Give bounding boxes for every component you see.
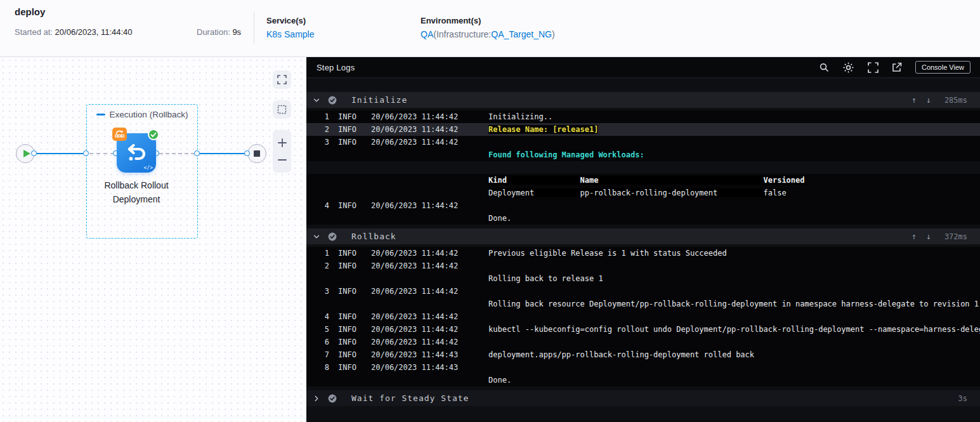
log-level: INFO	[338, 312, 363, 321]
log-level: INFO	[338, 261, 363, 270]
zoom-in-button[interactable]	[273, 135, 291, 150]
log-line[interactable]: 4INFO20/06/2023 11:44:42	[306, 310, 980, 323]
success-check-icon	[148, 129, 159, 140]
log-message: Rolling back resource Deployment/pp-roll…	[488, 300, 979, 308]
search-icon	[819, 62, 829, 72]
log-message: kubectl --kubeconfig=config rollout undo…	[488, 325, 980, 334]
log-line[interactable]: 4INFO20/06/2023 11:44:42	[306, 199, 980, 212]
log-message: Previous eligible Release is 1 with stat…	[488, 249, 727, 258]
undo-arrow-icon	[125, 141, 148, 165]
step-logs-panel: Step Logs	[306, 57, 980, 422]
minus-icon	[277, 155, 287, 165]
connector-dot	[31, 150, 37, 156]
success-check-icon	[328, 232, 338, 241]
infrastructure-link[interactable]: QA_Target_NG	[491, 29, 552, 39]
log-section-header[interactable]: Rollback↑↓372ms	[306, 228, 980, 244]
infrastructure-close: )	[552, 29, 555, 39]
log-timestamp: 20/06/2023 11:44:42	[371, 312, 466, 321]
log-section-header[interactable]: Wait for Steady State3s	[306, 390, 980, 406]
log-level: INFO	[338, 363, 363, 372]
execution-header: deploy Started at: 20/06/2023, 11:44:40 …	[0, 0, 980, 57]
execution-group-header[interactable]: Execution (Rollback)	[87, 110, 197, 119]
step-label[interactable]: Rollback Rollout Deployment	[73, 179, 200, 206]
line-number: 7	[320, 350, 329, 359]
log-section-body: 1INFO20/06/2023 11:44:42Previous eligibl…	[306, 244, 980, 390]
log-timestamp: 20/06/2023 11:44:42	[371, 325, 466, 334]
step-logs-title: Step Logs	[317, 63, 355, 72]
log-line[interactable]: 3INFO20/06/2023 11:44:42	[306, 136, 980, 148]
log-line[interactable]: Done.	[306, 374, 980, 386]
log-settings-button[interactable]	[842, 62, 854, 74]
pipeline-canvas[interactable]: Execution (Rollback) </>	[0, 57, 306, 422]
log-section-body: 1INFO20/06/2023 11:44:42Initializing..2I…	[306, 108, 980, 228]
log-line[interactable]: 3INFO20/06/2023 11:44:42	[306, 285, 980, 298]
log-line[interactable]	[306, 161, 980, 174]
environments-block: Environment(s) QA(Infrastructure:QA_Targ…	[421, 16, 555, 39]
started-at-label: Started at:	[15, 27, 53, 37]
log-message: Release Name: [release1]	[488, 125, 598, 134]
execution-group-label: Execution (Rollback)	[110, 110, 188, 119]
line-number: 1	[320, 249, 329, 258]
zoom-out-button[interactable]	[273, 152, 291, 168]
console-view-button[interactable]: Console View	[915, 61, 970, 74]
log-line[interactable]: 5INFO20/06/2023 11:44:42kubectl --kubeco…	[306, 323, 980, 336]
log-line[interactable]: 6INFO20/06/2023 11:44:42	[306, 336, 980, 348]
line-number: 2	[320, 261, 329, 270]
log-level: INFO	[338, 338, 363, 346]
log-section-header[interactable]: Initialize↑↓285ms	[306, 92, 980, 108]
log-line[interactable]: Found following Managed Workloads:	[306, 148, 980, 161]
log-line[interactable]: Rolling back resource Deployment/pp-roll…	[306, 298, 980, 310]
log-line[interactable]: Deployment pp-rollback-rolling-deploymen…	[306, 187, 980, 199]
log-timestamp: 20/06/2023 11:44:42	[371, 338, 466, 346]
duration-label: Duration:	[197, 27, 230, 37]
log-line[interactable]: 2INFO20/06/2023 11:44:42Release Name: [r…	[306, 123, 980, 136]
log-section: Initialize↑↓285ms1INFO20/06/2023 11:44:4…	[306, 92, 980, 228]
log-section-title: Rollback	[351, 232, 396, 241]
line-number: 5	[320, 325, 329, 334]
log-level: INFO	[338, 138, 363, 147]
end-node[interactable]	[247, 144, 266, 163]
fullscreen-icon	[868, 62, 879, 73]
search-button[interactable]	[819, 62, 829, 72]
services-block: Service(s) K8s Sample	[266, 16, 314, 39]
scroll-bottom-button[interactable]: ↓	[926, 95, 931, 105]
open-in-new-tab-button[interactable]	[892, 62, 902, 72]
marquee-select-button[interactable]	[273, 100, 291, 119]
log-message: Done.	[488, 376, 511, 385]
stop-icon	[254, 150, 260, 157]
log-line[interactable]: 1INFO20/06/2023 11:44:42Previous eligibl…	[306, 247, 980, 260]
log-line[interactable]: 8INFO20/06/2023 11:44:43	[306, 361, 980, 374]
chevron-right-icon[interactable]	[313, 395, 324, 402]
play-icon	[23, 150, 30, 157]
log-timestamp: 20/06/2023 11:44:42	[371, 287, 466, 296]
log-line[interactable]: 2INFO20/06/2023 11:44:42	[306, 260, 980, 272]
log-message: Initializing..	[488, 112, 552, 121]
fit-to-screen-button[interactable]	[273, 70, 291, 89]
scroll-bottom-button[interactable]: ↓	[926, 232, 931, 241]
services-label: Service(s)	[266, 16, 314, 25]
log-line[interactable]: Done.	[306, 212, 980, 225]
environment-link[interactable]: QA	[421, 29, 433, 39]
chevron-down-icon[interactable]	[313, 96, 324, 104]
log-message: Kind Name Versioned	[488, 176, 805, 185]
log-timestamp: 20/06/2023 11:44:42	[371, 261, 466, 270]
chevron-down-icon[interactable]	[313, 233, 324, 241]
log-line[interactable]: 7INFO20/06/2023 11:44:43deployment.apps/…	[306, 348, 980, 361]
scroll-top-button[interactable]: ↑	[911, 232, 917, 241]
rollback-step-node[interactable]: </>	[117, 133, 156, 173]
header-divider	[254, 11, 254, 43]
line-number: 1	[320, 112, 329, 121]
scroll-top-button[interactable]: ↑	[911, 95, 917, 105]
log-sections: Initialize↑↓285ms1INFO20/06/2023 11:44:4…	[306, 78, 980, 422]
log-section: Rollback↑↓372ms1INFO20/06/2023 11:44:42P…	[306, 228, 980, 390]
log-message: Done.	[488, 214, 511, 223]
log-section-title: Wait for Steady State	[351, 393, 469, 403]
log-line[interactable]: Kind Name Versioned	[306, 174, 980, 187]
pipeline-title: deploy	[15, 6, 45, 17]
expand-logs-button[interactable]	[868, 62, 879, 73]
log-line[interactable]: Rolling back to release 1	[306, 272, 980, 285]
log-message: Deployment pp-rollback-rolling-deploymen…	[488, 188, 787, 197]
section-duration: 372ms	[941, 232, 967, 241]
log-line[interactable]: 1INFO20/06/2023 11:44:42Initializing..	[306, 110, 980, 123]
service-link[interactable]: K8s Sample	[266, 29, 314, 39]
